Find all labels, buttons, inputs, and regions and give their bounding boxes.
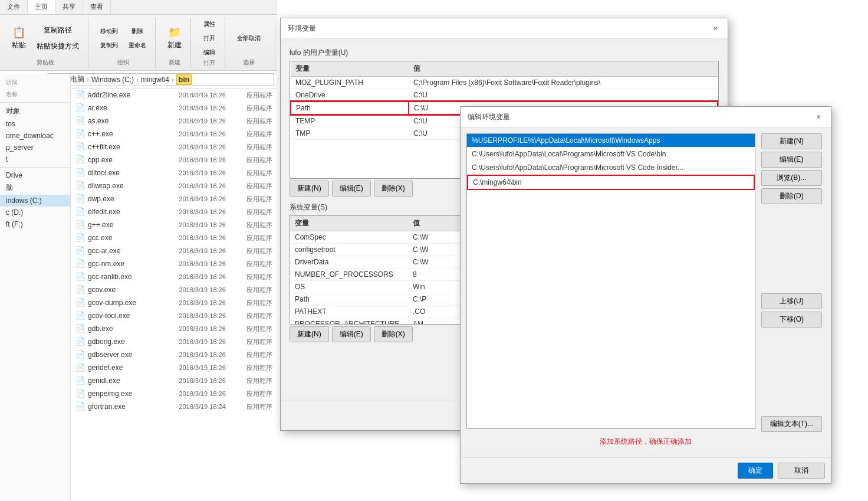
file-row[interactable]: 📄elfedit.exe2018/3/19 18:26应用程序: [71, 205, 277, 218]
file-icon: 📄: [75, 285, 85, 294]
file-row[interactable]: 📄gcov.exe2018/3/19 18:26应用程序: [71, 283, 277, 296]
path-list-item[interactable]: C:\Users\lufo\AppData\Local\Programs\Mic…: [467, 148, 755, 161]
file-row[interactable]: 📄gdborig.exe2018/3/19 18:26应用程序: [71, 335, 277, 348]
edit-ok-button[interactable]: 确定: [738, 463, 773, 479]
breadcrumb-bin[interactable]: bin: [176, 74, 192, 85]
file-row[interactable]: 📄gcc-ar.exe2018/3/19 18:26应用程序: [71, 244, 277, 257]
file-icon: 📄: [75, 233, 85, 243]
edit-cancel-button[interactable]: 取消: [778, 463, 825, 479]
copy-to-button[interactable]: 复制到: [96, 39, 122, 52]
file-icon: 📄: [75, 402, 85, 411]
user-delete-button[interactable]: 删除(X): [374, 181, 413, 197]
file-row[interactable]: 📄c++filt.exe2018/3/19 18:26应用程序: [71, 140, 277, 153]
path-new-button[interactable]: 新建(N): [761, 133, 822, 149]
file-icon: 📄: [75, 324, 85, 333]
path-move-down-button[interactable]: 下移(O): [761, 312, 822, 328]
edit-dialog-close-button[interactable]: ×: [813, 112, 824, 122]
breadcrumb-c[interactable]: Windows (C:): [91, 76, 134, 84]
file-row[interactable]: 📄gcc-nm.exe2018/3/19 18:26应用程序: [71, 257, 277, 270]
sidebar-item-name[interactable]: 名称: [0, 89, 70, 100]
tab-view[interactable]: 查看: [83, 0, 111, 14]
sidebar-item-f[interactable]: ft (F:): [0, 218, 70, 230]
file-row[interactable]: 📄c++.exe2018/3/19 18:26应用程序: [71, 127, 277, 140]
file-icon: 📄: [75, 90, 85, 100]
path-edit-button[interactable]: 编辑(E): [761, 152, 822, 168]
file-row[interactable]: 📄dwp.exe2018/3/19 18:26应用程序: [71, 192, 277, 205]
ribbon-tabs: 文件 主页 共享 查看: [0, 0, 277, 15]
ribbon-content: 📋 粘贴 复制路径 粘贴快捷方式 剪贴板: [0, 15, 277, 71]
move-to-button[interactable]: 移动到: [96, 25, 122, 38]
path-list-item[interactable]: %USERPROFILE%\AppData\Local\Microsoft\Wi…: [467, 134, 755, 148]
user-var-row[interactable]: MOZ_PLUGIN_PATHC:\Program Files (x86)\Fo…: [291, 77, 718, 89]
open-button[interactable]: 打开: [199, 32, 220, 45]
paste-button[interactable]: 📋 粘贴: [8, 24, 30, 53]
file-row[interactable]: 📄genidl.exe2018/3/19 18:26应用程序: [71, 374, 277, 387]
path-list: %USERPROFILE%\AppData\Local\Microsoft\Wi…: [466, 133, 755, 429]
path-list-item[interactable]: C:\Users\lufo\AppData\Local\Programs\Mic…: [467, 161, 755, 175]
copy-path-button[interactable]: 复制路径: [32, 23, 83, 38]
file-icon: 📄: [75, 311, 85, 320]
paste-icon: 📋: [12, 26, 25, 39]
sidebar-item-pc[interactable]: 脑: [0, 181, 70, 195]
file-row[interactable]: 📄gcov-dump.exe2018/3/19 18:26应用程序: [71, 296, 277, 309]
sidebar-item-obj[interactable]: 对象: [0, 104, 70, 118]
edit-file-button[interactable]: 编辑: [199, 46, 220, 59]
clipboard-group-title: 剪贴板: [8, 58, 83, 67]
tab-share[interactable]: 共享: [55, 0, 83, 14]
file-row[interactable]: 📄g++.exe2018/3/19 18:26应用程序: [71, 218, 277, 231]
file-row[interactable]: 📄dllwrap.exe2018/3/19 18:26应用程序: [71, 179, 277, 192]
new-group: 📁 新建 新建: [159, 18, 191, 68]
edit-dialog-titlebar: 编辑环境变量 ×: [461, 107, 831, 127]
sidebar-item-tos[interactable]: tos: [0, 118, 70, 130]
sidebar-item-t[interactable]: t: [0, 153, 70, 165]
user-var-row[interactable]: OneDriveC:\U: [291, 89, 718, 102]
env-dialog-close-button[interactable]: ×: [710, 23, 721, 34]
sys-delete-button[interactable]: 删除(X): [374, 326, 413, 342]
select-all-button[interactable]: 全部取消: [233, 32, 265, 45]
val-col-header: 值: [409, 61, 718, 77]
file-row[interactable]: 📄gcov-tool.exe2018/3/19 18:26应用程序: [71, 309, 277, 322]
path-move-up-button[interactable]: 上移(U): [761, 293, 822, 309]
tab-home[interactable]: 主页: [28, 0, 55, 14]
new-button[interactable]: 📁 新建: [163, 24, 186, 53]
file-row[interactable]: 📄cpp.exe2018/3/19 18:26应用程序: [71, 153, 277, 166]
sys-edit-button[interactable]: 编辑(E): [332, 326, 371, 342]
sidebar-item-down[interactable]: ome_downloac: [0, 130, 70, 142]
user-new-button[interactable]: 新建(N): [290, 181, 329, 197]
path-browse-button[interactable]: 浏览(B)...: [761, 170, 822, 186]
file-row[interactable]: 📄ar.exe2018/3/19 18:26应用程序: [71, 101, 277, 114]
sidebar-item-windows[interactable]: indows (C:): [0, 195, 70, 207]
edit-dialog-title: 编辑环境变量: [468, 112, 510, 122]
tab-file[interactable]: 文件: [0, 0, 28, 14]
file-icon: 📄: [75, 103, 85, 113]
sys-new-button[interactable]: 新建(N): [290, 326, 329, 342]
organize-buttons: 移动到 复制到 删除 重命名: [96, 18, 150, 58]
env-dialog-titlebar: 环境变量 ×: [281, 18, 728, 39]
rename-button[interactable]: 重命名: [124, 39, 150, 52]
sidebar-item-server[interactable]: p_server: [0, 142, 70, 153]
path-delete-button[interactable]: 删除(D): [761, 188, 822, 204]
breadcrumb-mingw64[interactable]: mingw64: [141, 76, 169, 84]
path-list-item[interactable]: C:\mingw64\bin: [467, 175, 755, 190]
file-row[interactable]: 📄genpeimg.exe2018/3/19 18:26应用程序: [71, 387, 277, 400]
file-row[interactable]: 📄as.exe2018/3/19 18:26应用程序: [71, 114, 277, 127]
properties-button[interactable]: 属性: [199, 18, 220, 31]
delete-button[interactable]: 删除: [124, 25, 150, 38]
edit-dialog-body: %USERPROFILE%\AppData\Local\Microsoft\Wi…: [461, 127, 831, 457]
sidebar-item-drive[interactable]: Drive: [0, 169, 70, 181]
file-row[interactable]: 📄addr2line.exe2018/3/19 18:26应用程序: [71, 89, 277, 101]
sidebar-item-d[interactable]: c (D:): [0, 207, 70, 218]
user-edit-button[interactable]: 编辑(E): [332, 181, 371, 197]
path-edit-text-button[interactable]: 编辑文本(T)...: [761, 416, 822, 432]
file-row[interactable]: 📄dlltool.exe2018/3/19 18:26应用程序: [71, 166, 277, 179]
file-icon: 📄: [75, 337, 85, 346]
file-row[interactable]: 📄gcc-ranlib.exe2018/3/19 18:26应用程序: [71, 270, 277, 283]
file-row[interactable]: 📄gdbserver.exe2018/3/19 18:26应用程序: [71, 348, 277, 361]
file-row[interactable]: 📄gfortran.exe2018/3/19 18:24应用程序: [71, 400, 277, 413]
sidebar-item-access[interactable]: 访问: [0, 77, 70, 89]
file-list: 📄addr2line.exe2018/3/19 18:26应用程序 📄ar.ex…: [71, 89, 277, 501]
file-row[interactable]: 📄gendef.exe2018/3/19 18:26应用程序: [71, 361, 277, 374]
file-row[interactable]: 📄gcc.exe2018/3/19 18:26应用程序: [71, 231, 277, 244]
file-row[interactable]: 📄gdb.exe2018/3/19 18:26应用程序: [71, 322, 277, 335]
paste-shortcut-button[interactable]: 粘贴快捷方式: [32, 39, 83, 54]
